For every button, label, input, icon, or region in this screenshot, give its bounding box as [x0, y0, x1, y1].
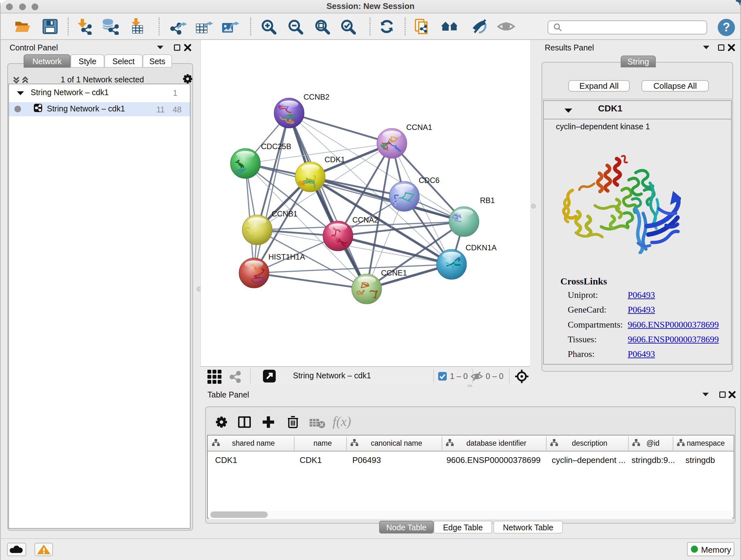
svg-text:CCNA1: CCNA1	[406, 123, 432, 132]
svg-text:CDC6: CDC6	[419, 176, 440, 185]
svg-text:CDK1: CDK1	[325, 155, 345, 164]
svg-text:CCNB2: CCNB2	[304, 92, 329, 101]
svg-text:CDKN1A: CDKN1A	[466, 243, 496, 252]
svg-text:RB1: RB1	[480, 196, 495, 205]
svg-text:CCNB1: CCNB1	[272, 209, 297, 218]
svg-text:CCNE1: CCNE1	[381, 268, 407, 277]
svg-text:CCNA2: CCNA2	[352, 215, 378, 224]
svg-text:HIST1H1A: HIST1H1A	[268, 253, 305, 261]
svg-text:CDC25B: CDC25B	[261, 142, 291, 151]
